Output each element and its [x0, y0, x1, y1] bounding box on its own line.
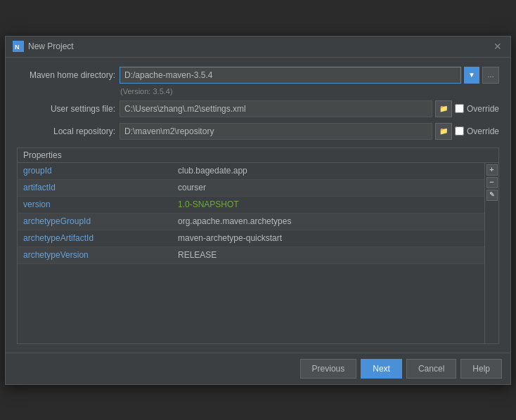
edit-property-button[interactable]: ✎ — [486, 190, 498, 201]
prop-val: RELEASE — [172, 250, 484, 260]
maven-home-input-group: ▼ … — [120, 67, 499, 84]
remove-property-button[interactable]: − — [486, 177, 498, 188]
maven-version-text: (Version: 3.5.4) — [120, 87, 499, 96]
maven-home-input[interactable] — [120, 67, 461, 84]
dialog-content: Maven home directory: ▼ … (Version: 3.5.… — [6, 58, 510, 353]
local-repo-override-checkbox[interactable] — [455, 126, 464, 136]
user-settings-input-group: 📁 Override — [120, 100, 499, 117]
local-repo-input[interactable] — [120, 123, 432, 140]
dialog-icon: N — [13, 41, 24, 52]
maven-home-dropdown-btn[interactable]: ▼ — [464, 67, 479, 84]
prop-val: maven-archetype-quickstart — [172, 233, 484, 243]
local-repo-row: Local repository: 📁 Override — [17, 122, 499, 140]
next-button[interactable]: Next — [361, 359, 402, 379]
local-repo-label: Local repository: — [17, 126, 115, 136]
user-settings-browse-btn[interactable]: 📁 — [435, 100, 452, 117]
properties-table: groupId club.bagedate.app artifactId cou… — [18, 163, 484, 343]
properties-actions: + − ✎ — [484, 163, 498, 343]
properties-title: Properties — [18, 148, 498, 163]
svg-text:N: N — [15, 44, 20, 51]
cancel-button[interactable]: Cancel — [406, 359, 456, 379]
user-settings-override-checkbox[interactable] — [455, 104, 464, 113]
dialog-title: New Project — [28, 41, 492, 51]
help-button[interactable]: Help — [460, 359, 502, 379]
properties-body: groupId club.bagedate.app artifactId cou… — [18, 163, 498, 343]
maven-home-label: Maven home directory: — [17, 70, 115, 80]
properties-group: Properties groupId club.bagedate.app art… — [17, 147, 499, 344]
prop-val: org.apache.maven.archetypes — [172, 216, 484, 226]
local-repo-input-group: 📁 Override — [120, 123, 499, 140]
table-row[interactable]: version 1.0-SNAPSHOT — [18, 197, 484, 214]
prop-key: artifactId — [18, 183, 172, 192]
prop-key: archetypeVersion — [18, 250, 172, 260]
table-row[interactable]: archetypeArtifactId maven-archetype-quic… — [18, 230, 484, 247]
user-settings-override-label: Override — [455, 104, 499, 114]
previous-button[interactable]: Previous — [300, 359, 357, 379]
prop-key: groupId — [18, 166, 172, 176]
maven-home-row: Maven home directory: ▼ … — [17, 66, 499, 84]
prop-val: 1.0-SNAPSHOT — [172, 199, 484, 209]
maven-home-browse-btn[interactable]: … — [482, 67, 499, 84]
local-repo-override-label: Override — [455, 126, 499, 136]
prop-key: version — [18, 199, 172, 209]
add-property-button[interactable]: + — [486, 164, 498, 176]
close-button[interactable]: ✕ — [492, 41, 503, 52]
table-row[interactable]: artifactId courser — [18, 180, 484, 197]
prop-val: courser — [172, 183, 484, 192]
table-row[interactable]: groupId club.bagedate.app — [18, 163, 484, 180]
user-settings-row: User settings file: 📁 Override — [17, 100, 499, 118]
table-row[interactable]: archetypeGroupId org.apache.maven.archet… — [18, 214, 484, 230]
prop-key: archetypeArtifactId — [18, 233, 172, 243]
prop-key: archetypeGroupId — [18, 216, 172, 226]
table-row[interactable]: archetypeVersion RELEASE — [18, 247, 484, 264]
user-settings-label: User settings file: — [17, 104, 115, 114]
user-settings-input[interactable] — [120, 100, 432, 117]
dialog-footer: Previous Next Cancel Help — [6, 353, 510, 384]
local-repo-browse-btn[interactable]: 📁 — [435, 123, 452, 140]
title-bar: N New Project ✕ — [6, 37, 510, 58]
prop-val: club.bagedate.app — [172, 166, 484, 176]
new-project-dialog: N New Project ✕ Maven home directory: ▼ … — [5, 36, 511, 385]
